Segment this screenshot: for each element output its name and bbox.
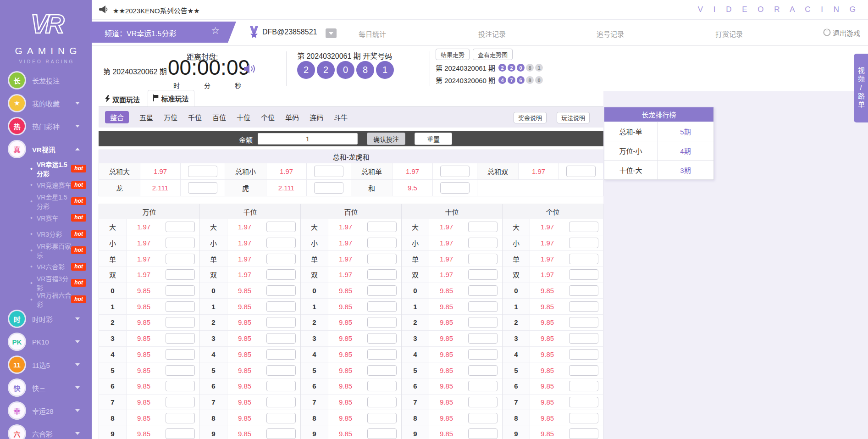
bet-amount-input[interactable] (314, 166, 343, 177)
bet-amount-input[interactable] (367, 285, 397, 296)
bet-odds[interactable]: 9.85 (328, 331, 363, 346)
ranking-row[interactable]: 十位-大3期 (604, 160, 713, 179)
bet-odds[interactable]: 1.97 (328, 219, 363, 235)
bet-odds[interactable]: 9.85 (127, 299, 161, 314)
bet-odds[interactable]: 9.85 (530, 362, 564, 378)
bet-odds[interactable]: 9.85 (530, 426, 564, 439)
bet-odds[interactable]: 9.5 (393, 180, 433, 196)
bet-odds[interactable]: 1.97 (140, 163, 181, 179)
sidebar-sub-item[interactable]: •VR幸运1.5分彩hot (0, 161, 92, 177)
bet-amount-input[interactable] (166, 333, 195, 344)
bet-amount-input[interactable] (166, 317, 195, 328)
bet-odds[interactable]: 9.85 (227, 347, 262, 362)
bet-amount-input[interactable] (367, 333, 397, 344)
bet-amount-input[interactable] (569, 222, 598, 232)
bet-amount-input[interactable] (367, 428, 397, 439)
logout-button[interactable]: 退出游戏 (823, 28, 860, 38)
bet-amount-input[interactable] (367, 222, 397, 232)
bet-amount-input[interactable] (166, 222, 195, 232)
bet-odds[interactable]: 1.97 (393, 163, 433, 179)
bet-odds[interactable]: 9.85 (227, 299, 262, 314)
bet-amount-input[interactable] (440, 166, 470, 177)
sidebar-group-item[interactable]: 幸幸运28 (0, 399, 92, 422)
subtab-9[interactable]: 斗牛 (334, 112, 348, 122)
bet-amount-input[interactable] (266, 301, 296, 312)
bet-odds[interactable]: 9.85 (127, 315, 161, 330)
bet-amount-input[interactable] (468, 381, 498, 391)
topnav-item[interactable]: 追号记录 (597, 29, 624, 39)
bet-amount-input[interactable] (266, 222, 296, 232)
sidebar-sub-item[interactable]: •VR彩票百家乐hot (0, 242, 92, 259)
bet-amount-input[interactable] (367, 301, 397, 312)
bet-amount-input[interactable] (569, 333, 598, 344)
bet-odds[interactable]: 1.97 (266, 163, 307, 179)
sidebar-group-item[interactable]: ★我的收藏 (0, 92, 92, 115)
favorite-star-icon[interactable]: ☆ (211, 25, 220, 36)
bet-odds[interactable]: 9.85 (429, 283, 464, 299)
bet-odds[interactable]: 9.85 (429, 378, 464, 394)
bet-odds[interactable]: 9.85 (429, 347, 464, 362)
bet-amount-input[interactable] (569, 269, 598, 280)
confirm-bet-button[interactable]: 确认投注 (367, 133, 405, 145)
ranking-row[interactable]: 万位-小4期 (604, 141, 713, 160)
bet-odds[interactable]: 1.97 (127, 235, 161, 251)
subtab-6[interactable]: 个位 (261, 112, 275, 122)
bet-odds[interactable]: 9.85 (328, 347, 363, 362)
rules-info-button[interactable]: 玩法说明 (557, 112, 590, 123)
bet-odds[interactable]: 1.97 (519, 163, 559, 179)
subtab-8[interactable]: 连码 (310, 112, 323, 122)
bet-amount-input[interactable] (367, 413, 397, 423)
bet-odds[interactable]: 2.111 (266, 180, 307, 196)
bet-amount-input[interactable] (468, 285, 498, 296)
sidebar-sub-item[interactable]: •VR六合彩hot (0, 259, 92, 275)
bet-amount-input[interactable] (266, 333, 296, 344)
bet-amount-input[interactable] (166, 238, 195, 248)
bet-odds[interactable]: 1.97 (227, 235, 262, 251)
subtab-5[interactable]: 十位 (237, 112, 250, 122)
bet-odds[interactable]: 1.97 (530, 251, 564, 267)
bet-odds[interactable]: 9.85 (328, 395, 363, 410)
bet-amount-input[interactable] (569, 285, 598, 296)
bet-amount-input[interactable] (166, 301, 195, 312)
bet-odds[interactable]: 1.97 (429, 219, 464, 235)
bet-odds[interactable]: 1.97 (530, 267, 564, 283)
bet-amount-input[interactable] (266, 381, 296, 391)
bet-odds[interactable]: 9.85 (530, 283, 564, 299)
amount-input[interactable] (258, 133, 358, 144)
bet-odds[interactable]: 9.85 (530, 347, 564, 362)
bet-amount-input[interactable] (468, 397, 498, 407)
bet-odds[interactable]: 9.85 (227, 378, 262, 394)
bet-odds[interactable]: 2.111 (140, 180, 181, 196)
bet-amount-input[interactable] (266, 269, 296, 280)
bet-amount-input[interactable] (266, 238, 296, 248)
bet-amount-input[interactable] (367, 269, 397, 280)
bet-amount-input[interactable] (314, 182, 343, 194)
bet-amount-input[interactable] (569, 349, 598, 360)
tab-two-sided-play[interactable]: 双面玩法 (105, 91, 140, 107)
bet-amount-input[interactable] (569, 381, 598, 391)
bet-amount-input[interactable] (367, 365, 397, 376)
ranking-row[interactable]: 总和-单5期 (604, 122, 713, 141)
topnav-item[interactable]: 打赏记录 (715, 29, 743, 39)
bet-odds[interactable]: 1.97 (328, 251, 363, 267)
bet-odds[interactable]: 9.85 (429, 426, 464, 439)
bet-amount-input[interactable] (166, 397, 195, 407)
bet-amount-input[interactable] (569, 413, 598, 423)
result-trend-button[interactable]: 查看走势图 (473, 49, 513, 60)
bet-odds[interactable]: 9.85 (227, 315, 262, 330)
bet-odds[interactable]: 1.97 (530, 219, 564, 235)
bet-amount-input[interactable] (440, 182, 470, 194)
sidebar-sub-item[interactable]: •VR金星1.5分彩hot (0, 193, 92, 210)
bet-amount-input[interactable] (468, 317, 498, 328)
bet-odds[interactable]: 1.97 (227, 251, 262, 267)
bet-amount-input[interactable] (266, 365, 296, 376)
bet-odds[interactable]: 1.97 (429, 267, 464, 283)
bet-amount-input[interactable] (166, 269, 195, 280)
sidebar-sub-item[interactable]: •VR赛车hot (0, 210, 92, 226)
bet-amount-input[interactable] (569, 428, 598, 439)
bet-odds[interactable]: 1.97 (127, 251, 161, 267)
bet-odds[interactable]: 9.85 (328, 426, 363, 439)
bet-amount-input[interactable] (367, 381, 397, 391)
subtab-7[interactable]: 单码 (285, 112, 299, 122)
bet-odds[interactable]: 1.97 (127, 267, 161, 283)
